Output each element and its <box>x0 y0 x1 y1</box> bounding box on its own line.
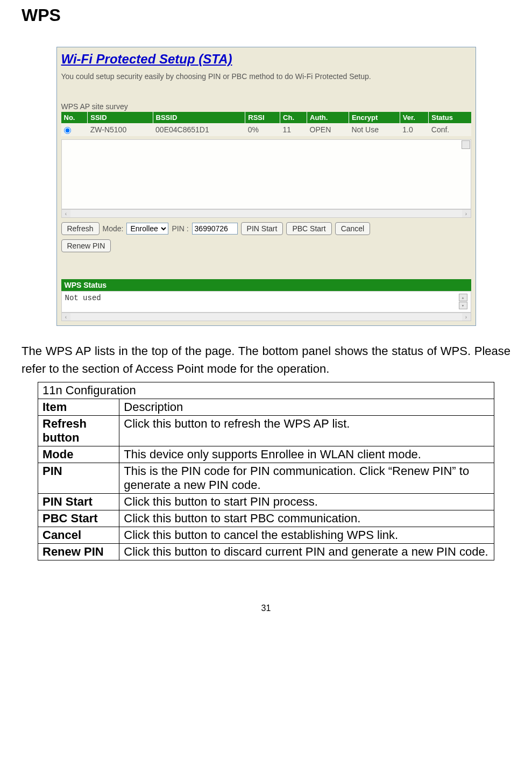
cell-ver: 1.0 <box>400 123 428 136</box>
wps-panel: Wi-Fi Protected Setup (STA) You could se… <box>56 47 476 326</box>
config-desc: Click this button to start PBC communica… <box>119 510 494 527</box>
refresh-button[interactable]: Refresh <box>61 222 100 235</box>
survey-table: No. SSID BSSID RSSI Ch. Auth. Encrypt Ve… <box>61 112 471 136</box>
config-desc: Click this button to cancel the establis… <box>119 527 494 544</box>
page-number: 31 <box>22 604 510 613</box>
empty-listbox <box>61 139 471 209</box>
config-table: 11n Configuration Item Description Refre… <box>38 382 494 560</box>
scroll-left-icon[interactable]: ‹ <box>62 313 70 321</box>
config-section: 11n Configuration <box>38 382 494 399</box>
body-paragraph: The WPS AP lists in the top of the page.… <box>22 342 510 378</box>
config-desc: This device only supports Enrollee in WL… <box>119 446 494 463</box>
panel-title: Wi-Fi Protected Setup (STA) <box>61 52 471 67</box>
config-item: PIN <box>38 463 119 494</box>
mode-select[interactable]: Enrollee <box>126 223 168 235</box>
scroll-left-icon[interactable]: ‹ <box>62 210 70 217</box>
header-ssid: SSID <box>88 112 153 123</box>
config-item: Renew PIN <box>38 544 119 560</box>
config-desc: This is the PIN code for PIN communicati… <box>119 463 494 494</box>
panel-description: You could setup security easily by choos… <box>61 72 471 81</box>
header-status: Status <box>429 112 471 123</box>
header-no: No. <box>61 112 88 123</box>
config-desc: Click this button to start PIN process. <box>119 494 494 510</box>
config-item: Refresh button <box>38 416 119 446</box>
controls-row-2: Renew PIN <box>61 239 471 252</box>
mode-label: Mode: <box>103 224 124 233</box>
cell-status: Conf. <box>429 123 471 136</box>
cancel-button[interactable]: Cancel <box>335 222 371 235</box>
scrollbar-up-icon[interactable] <box>462 140 470 149</box>
survey-label: WPS AP site survey <box>61 102 471 111</box>
cell-auth: OPEN <box>307 123 349 136</box>
cell-ssid: ZW-N5100 <box>88 123 153 136</box>
header-auth: Auth. <box>307 112 349 123</box>
header-encrypt: Encrypt <box>349 112 400 123</box>
pin-label: PIN : <box>172 224 188 233</box>
header-rssi: RSSI <box>245 112 280 123</box>
cell-encrypt: Not Use <box>349 123 400 136</box>
controls-row: Refresh Mode: Enrollee PIN : PIN Start P… <box>61 222 471 235</box>
header-bssid: BSSID <box>153 112 245 123</box>
header-ch: Ch. <box>280 112 307 123</box>
config-item: PBC Start <box>38 510 119 527</box>
pin-start-button[interactable]: PIN Start <box>241 222 283 235</box>
config-item: Mode <box>38 446 119 463</box>
pin-input[interactable] <box>192 223 238 235</box>
status-box: Not used ▴ ▾ <box>61 291 471 313</box>
config-desc: Click this button to discard current PIN… <box>119 544 494 560</box>
header-ver: Ver. <box>400 112 428 123</box>
config-item: Cancel <box>38 527 119 544</box>
row-radio[interactable] <box>64 127 71 134</box>
status-horizontal-scrollbar[interactable]: ‹ › <box>61 313 471 321</box>
scroll-right-icon[interactable]: › <box>462 313 471 321</box>
horizontal-scrollbar[interactable]: ‹ › <box>61 209 471 218</box>
table-row[interactable]: ZW-N5100 00E04C8651D1 0% 11 OPEN Not Use… <box>61 123 471 136</box>
config-col2: Description <box>119 399 494 416</box>
status-text: Not used <box>65 294 101 302</box>
scroll-up-icon[interactable]: ▴ <box>459 294 467 301</box>
pbc-start-button[interactable]: PBC Start <box>286 222 331 235</box>
scroll-right-icon[interactable]: › <box>462 210 471 217</box>
cell-ch: 11 <box>280 123 307 136</box>
config-item: PIN Start <box>38 494 119 510</box>
status-scrollbar[interactable]: ▴ ▾ <box>459 294 467 309</box>
config-col1: Item <box>38 399 119 416</box>
page-title: WPS <box>22 5 510 25</box>
cell-bssid: 00E04C8651D1 <box>153 123 245 136</box>
cell-rssi: 0% <box>245 123 280 136</box>
config-desc: Click this button to refresh the WPS AP … <box>119 416 494 446</box>
renew-pin-button[interactable]: Renew PIN <box>61 239 111 252</box>
scroll-down-icon[interactable]: ▾ <box>459 302 467 309</box>
status-header: WPS Status <box>61 279 471 291</box>
